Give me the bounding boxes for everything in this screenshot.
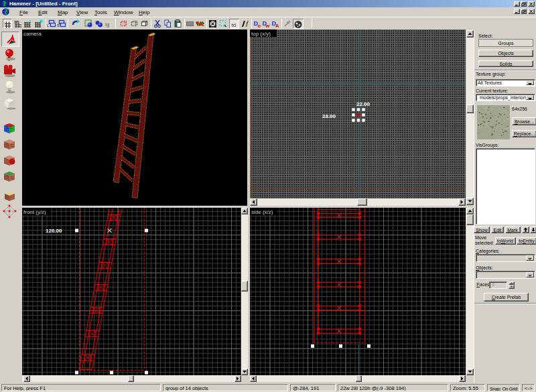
svg-text:22.00: 22.00 bbox=[356, 101, 371, 107]
svg-text:side (x/z): side (x/z) bbox=[251, 209, 273, 215]
svg-text:S: S bbox=[57, 23, 60, 27]
svg-text:w: w bbox=[265, 23, 270, 28]
svg-text:front (y/z): front (y/z) bbox=[23, 209, 46, 215]
svg-text:120.00: 120.00 bbox=[46, 228, 62, 234]
svg-text:top (x/y): top (x/y) bbox=[251, 31, 271, 37]
svg-text:28.00: 28.00 bbox=[322, 113, 336, 119]
svg-text:ig: ig bbox=[105, 21, 109, 27]
svg-text:camera: camera bbox=[23, 31, 42, 37]
svg-text:o: o bbox=[257, 23, 261, 28]
svg-text:td: td bbox=[231, 21, 236, 27]
svg-text:A: A bbox=[275, 23, 279, 28]
